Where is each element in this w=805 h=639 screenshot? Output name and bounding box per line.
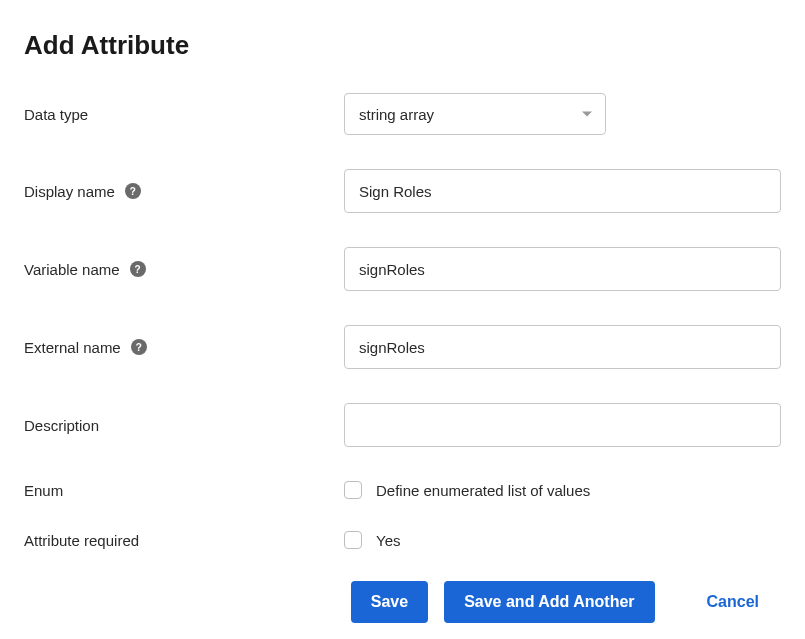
display-name-label: Display name [24, 183, 115, 200]
help-icon[interactable]: ? [130, 261, 146, 277]
help-icon[interactable]: ? [131, 339, 147, 355]
enum-label: Enum [24, 482, 63, 499]
cancel-button[interactable]: Cancel [699, 581, 767, 623]
save-and-add-another-button[interactable]: Save and Add Another [444, 581, 654, 623]
description-label: Description [24, 417, 99, 434]
data-type-label: Data type [24, 106, 88, 123]
external-name-label: External name [24, 339, 121, 356]
external-name-input[interactable] [344, 325, 781, 369]
display-name-input[interactable] [344, 169, 781, 213]
save-button[interactable]: Save [351, 581, 428, 623]
help-icon[interactable]: ? [125, 183, 141, 199]
required-checkbox[interactable] [344, 531, 362, 549]
attribute-required-label: Attribute required [24, 532, 139, 549]
data-type-select[interactable]: string array [344, 93, 606, 135]
page-title: Add Attribute [24, 30, 781, 61]
required-checkbox-label: Yes [376, 532, 400, 549]
enum-checkbox-label: Define enumerated list of values [376, 482, 590, 499]
description-input[interactable] [344, 403, 781, 447]
variable-name-input[interactable] [344, 247, 781, 291]
variable-name-label: Variable name [24, 261, 120, 278]
enum-checkbox[interactable] [344, 481, 362, 499]
